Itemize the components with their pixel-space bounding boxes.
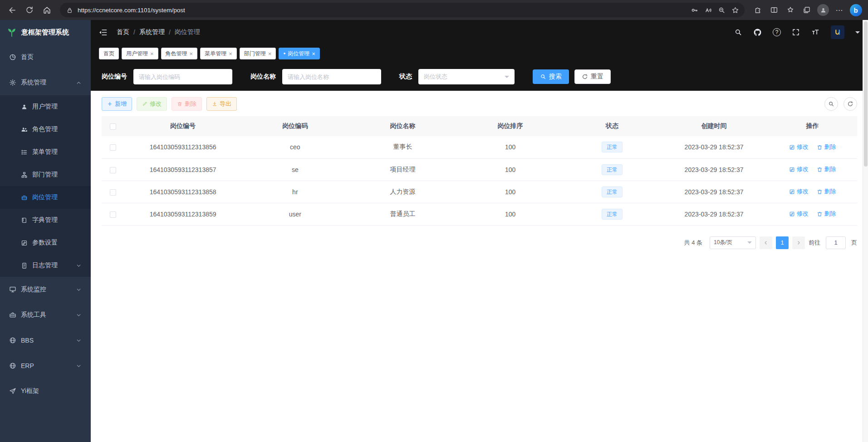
sidebar-item-yi-framework[interactable]: Yi框架 — [0, 378, 91, 404]
password-key-icon[interactable] — [687, 4, 701, 16]
row-edit-link[interactable]: 修改 — [789, 210, 809, 218]
row-checkbox[interactable] — [110, 167, 116, 173]
browser-more-menu[interactable]: ⋯ — [832, 2, 847, 18]
scrollbar-thumb[interactable] — [864, 21, 868, 167]
row-delete-link[interactable]: 删除 — [817, 143, 836, 151]
collections-icon[interactable] — [799, 2, 814, 18]
row-delete-link[interactable]: 删除 — [817, 187, 836, 196]
fullscreen-icon[interactable] — [792, 28, 800, 36]
status-badge: 正常 — [602, 187, 623, 197]
page-number-1[interactable]: 1 — [776, 236, 789, 249]
sidebar-item-dept-management[interactable]: 部门管理 — [0, 163, 91, 186]
app-title: 意框架管理系统 — [21, 28, 69, 37]
row-checkbox[interactable] — [110, 144, 116, 151]
delete-button[interactable]: 删除 — [172, 97, 202, 111]
sidebar-item-log-management[interactable]: 日志管理 — [0, 254, 91, 277]
search-icon[interactable] — [734, 28, 742, 36]
user-avatar[interactable] — [831, 25, 844, 39]
gear-icon — [9, 79, 16, 86]
cell-post-id: 1641030593112313856 — [124, 136, 241, 158]
help-icon[interactable]: ? — [773, 28, 781, 36]
post-name-input[interactable] — [282, 69, 381, 84]
sidebar-item-post-management[interactable]: 岗位管理 — [0, 186, 91, 209]
breadcrumb-system[interactable]: 系统管理 — [139, 28, 165, 36]
sidebar-item-system-tools[interactable]: 系统工具 — [0, 302, 91, 328]
text-size-icon[interactable] — [811, 28, 820, 36]
row-edit-link[interactable]: 修改 — [789, 143, 809, 151]
tab-home[interactable]: 首页 — [99, 48, 119, 59]
bing-button[interactable]: b — [848, 2, 863, 18]
next-page-button[interactable] — [792, 236, 805, 249]
add-button[interactable]: 新增 — [102, 97, 132, 111]
tags-view-bar: 首页 用户管理 × 角色管理 × 菜单管理 × 部门管理 × ● 岗位管理 × — [91, 44, 868, 63]
home-button[interactable] — [39, 2, 54, 18]
select-all-checkbox[interactable] — [110, 123, 116, 130]
cell-post-sort: 100 — [456, 181, 564, 203]
profile-avatar[interactable] — [815, 2, 831, 18]
post-code-input[interactable] — [133, 69, 232, 84]
status-badge: 正常 — [602, 164, 623, 175]
tab-post-management[interactable]: ● 岗位管理 × — [279, 48, 319, 59]
goto-page-input[interactable] — [826, 236, 846, 249]
close-icon[interactable]: × — [150, 51, 154, 57]
close-icon[interactable]: × — [268, 51, 272, 57]
row-delete-link[interactable]: 删除 — [817, 210, 836, 218]
close-icon[interactable]: × — [229, 51, 232, 57]
github-icon[interactable] — [753, 28, 762, 37]
collapse-sidebar-icon[interactable] — [99, 28, 108, 37]
row-checkbox[interactable] — [110, 211, 116, 218]
search-button[interactable]: 搜索 — [533, 69, 569, 84]
address-bar[interactable]: https://ccnetcore.com:1101/system/post — [60, 3, 745, 17]
row-edit-link[interactable]: 修改 — [789, 187, 809, 196]
site-info-icon[interactable] — [66, 7, 73, 14]
sidebar-item-menu-management[interactable]: 菜单管理 — [0, 141, 91, 163]
sidebar-item-role-management[interactable]: 角色管理 — [0, 118, 91, 141]
sidebar-item-user-management[interactable]: 用户管理 — [0, 95, 91, 118]
back-button[interactable] — [5, 2, 20, 18]
sidebar-item-system-management[interactable]: 系统管理 — [0, 70, 91, 95]
add-favorite-star-icon[interactable] — [728, 4, 742, 16]
tab-dept-management[interactable]: 部门管理 × — [240, 48, 276, 59]
paper-plane-icon — [9, 388, 16, 395]
scrollbar[interactable] — [863, 20, 868, 442]
row-checkbox[interactable] — [110, 189, 116, 196]
favorites-icon[interactable] — [783, 2, 798, 18]
sidebar-item-erp[interactable]: ERP — [0, 353, 91, 378]
breadcrumb-home[interactable]: 首页 — [117, 28, 129, 36]
column-header-post-code: 岗位编码 — [241, 116, 349, 136]
close-icon[interactable]: × — [312, 51, 315, 57]
refresh-table-icon[interactable] — [843, 97, 857, 111]
extensions-icon[interactable] — [750, 2, 765, 18]
page-content: 新增 修改 删除 导出 — [91, 91, 868, 442]
sidebar-item-dict-management[interactable]: 字典管理 — [0, 209, 91, 231]
tab-user-management[interactable]: 用户管理 × — [122, 48, 158, 59]
list-icon — [21, 149, 28, 156]
export-button[interactable]: 导出 — [206, 97, 237, 111]
sidebar-item-label: 菜单管理 — [32, 148, 58, 156]
sidebar-item-bbs[interactable]: BBS — [0, 328, 91, 353]
row-delete-link[interactable]: 删除 — [817, 165, 836, 173]
breadcrumb-separator: / — [169, 29, 171, 36]
table-row: 1641030593112313857 se 项目经理 100 正常 2023-… — [102, 158, 857, 181]
toolbox-icon — [9, 311, 16, 319]
status-badge: 正常 — [602, 209, 623, 220]
read-aloud-icon[interactable] — [701, 4, 715, 16]
close-icon[interactable]: × — [190, 51, 193, 57]
row-edit-link[interactable]: 修改 — [789, 165, 809, 173]
page-size-select[interactable]: 10条/页 — [710, 236, 756, 249]
split-screen-icon[interactable] — [766, 2, 782, 18]
column-header-post-name: 岗位名称 — [349, 116, 456, 136]
status-select[interactable]: 岗位状态 — [418, 69, 515, 84]
tab-menu-management[interactable]: 菜单管理 × — [200, 48, 237, 59]
tab-role-management[interactable]: 角色管理 × — [161, 48, 198, 59]
reset-button[interactable]: 重置 — [574, 69, 611, 84]
toggle-search-icon[interactable] — [824, 97, 838, 111]
refresh-button[interactable] — [22, 2, 37, 18]
zoom-out-icon[interactable] — [715, 4, 728, 16]
sidebar-item-home[interactable]: 首页 — [0, 44, 91, 70]
prev-page-button[interactable] — [760, 236, 772, 249]
edit-button[interactable]: 修改 — [137, 97, 167, 111]
chevron-down-icon[interactable] — [855, 31, 860, 36]
sidebar-item-param-settings[interactable]: 参数设置 — [0, 231, 91, 254]
sidebar-item-system-monitor[interactable]: 系统监控 — [0, 277, 91, 302]
